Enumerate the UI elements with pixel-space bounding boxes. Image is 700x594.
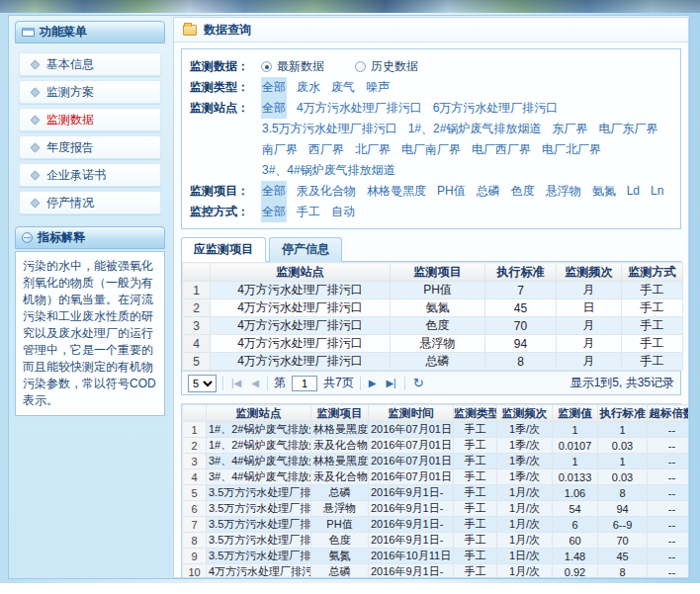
filter-option[interactable]: 3#、4#锅炉废气排放烟道 xyxy=(261,160,396,181)
sidebar-menu-item[interactable]: 企业承诺书 xyxy=(19,163,161,187)
filter-option[interactable]: 噪声 xyxy=(365,77,391,98)
radio-option[interactable]: 历史数据 xyxy=(355,56,418,77)
cell-type: 手工 xyxy=(454,438,497,454)
globe-icon xyxy=(22,232,33,243)
tab[interactable]: 停产信息 xyxy=(269,237,342,262)
table1-header-cell: 执行标准 xyxy=(485,263,557,282)
cell-value: 1.48 xyxy=(553,549,598,564)
cell-method: 手工 xyxy=(622,317,683,335)
table-row: 5 3.5万方污水处理厂排污口 总磷 2016年9月1日- 手工 1月/次 1.… xyxy=(183,485,690,501)
prev-page-button[interactable]: ◀ xyxy=(249,378,261,388)
filter-option[interactable]: 3.5万方污水处理厂排污口 xyxy=(261,119,398,139)
cell-exceed-ratio: -- xyxy=(648,517,690,533)
filter-option[interactable]: 全部 xyxy=(261,98,287,119)
filter-option[interactable]: 全部 xyxy=(261,77,287,98)
filter-option[interactable]: 废气 xyxy=(330,77,356,98)
filter-option[interactable]: 林格曼黑度 xyxy=(366,181,427,202)
sidebar-menu-item[interactable]: 监测方案 xyxy=(19,80,161,104)
filter-option[interactable]: 6万方污水处理厂排污口 xyxy=(432,98,560,119)
row-number: 2 xyxy=(183,438,207,454)
page-prefix-label: 第 xyxy=(274,375,286,391)
filter-row-item: 监测项目： 全部汞及化合物林格曼黑度PH值总磷色度悬浮物氨氮LdLn xyxy=(190,181,672,202)
filter-row-method: 监控方式： 全部手工自动 xyxy=(190,202,672,222)
cell-standard: 8 xyxy=(598,564,648,579)
cell-type: 手工 xyxy=(454,422,497,438)
cell-standard: 94 xyxy=(485,335,557,353)
cell-item: 总磷 xyxy=(311,485,369,501)
table-row: 3 3#、4#锅炉废气排放烟道 林格曼黑度 2016年07月01日 手工 1季/… xyxy=(183,454,690,469)
row-number: 1 xyxy=(183,282,211,299)
cell-time: 2016年07月01日 xyxy=(369,438,454,454)
table2-header-cell: 超标倍数 xyxy=(648,405,690,422)
table-row: 8 3.5万方污水处理厂排污口 色度 2016年9月1日- 手工 1月/次 60… xyxy=(183,533,690,549)
sidebar-menu-item[interactable]: 基本信息 xyxy=(19,52,161,76)
filter-option[interactable]: 北厂界 xyxy=(354,139,392,160)
filter-option[interactable]: 总磷 xyxy=(476,181,501,202)
filter-option[interactable]: 电厂南厂界 xyxy=(400,139,462,160)
cell-station: 4万方污水处理厂排污口 xyxy=(211,299,391,317)
filter-option[interactable]: Ln xyxy=(650,181,664,202)
filter-row-type: 监测类型： 全部废水废气噪声 xyxy=(190,77,672,98)
filter-option[interactable]: 电厂北厂界 xyxy=(541,139,602,160)
cell-standard: 0.03 xyxy=(598,438,648,454)
refresh-button[interactable]: ↻ xyxy=(411,376,426,390)
cell-station: 3#、4#锅炉废气排放烟道 xyxy=(207,454,311,469)
filter-label-item: 监测项目： xyxy=(190,181,261,202)
arrow-cross-icon xyxy=(31,142,41,152)
cell-station: 4万方污水处理厂排污口 xyxy=(207,564,311,579)
filter-option[interactable]: 东厂界 xyxy=(551,119,588,139)
filter-option[interactable]: 4万方污水处理厂排污口 xyxy=(296,98,423,119)
cell-standard: 8 xyxy=(598,485,648,501)
filter-option[interactable]: 全部 xyxy=(261,181,287,202)
filter-option[interactable]: 电厂东厂界 xyxy=(597,119,658,139)
table2-header-cell: 监测时间 xyxy=(369,405,454,422)
monitoring-items-table-box: 监测站点 监测项目 执行标准 监测频次 监测方式 1 4万方污水处理厂排污口 xyxy=(181,261,681,395)
filter-option[interactable]: 自动 xyxy=(330,202,356,222)
filter-option[interactable]: 废水 xyxy=(296,77,321,98)
page-number-input[interactable] xyxy=(292,376,317,391)
cell-item: 悬浮物 xyxy=(391,335,485,353)
last-page-button[interactable]: ▶| xyxy=(384,378,397,388)
filter-option[interactable]: 氨氮 xyxy=(591,181,617,202)
cell-time: 2016年10月11日 xyxy=(369,549,454,564)
sidebar-menu-item[interactable]: 监测数据 xyxy=(19,108,161,131)
row-number: 10 xyxy=(183,564,207,579)
filter-label-type: 监测类型： xyxy=(190,77,261,98)
filter-option[interactable]: 悬浮物 xyxy=(545,181,582,202)
sidebar-menu-header: 功能菜单 xyxy=(15,21,165,43)
filter-option[interactable]: 全部 xyxy=(261,202,287,222)
cell-standard: 94 xyxy=(598,501,648,517)
table-row: 4 3#、4#锅炉废气排放烟道 汞及化合物 2016年07月01日 手工 1季/… xyxy=(183,469,690,485)
cell-station: 3.5万方污水处理厂排污口 xyxy=(207,549,311,564)
filter-option[interactable]: 汞及化合物 xyxy=(296,181,357,202)
filter-row-data: 监测数据： 最新数据 历史数据 xyxy=(190,56,672,77)
cell-frequency: 1月/次 xyxy=(497,564,553,579)
cell-frequency: 1月/次 xyxy=(497,517,553,533)
next-page-button[interactable]: ▶ xyxy=(367,378,379,388)
table-row: 10 4万方污水处理厂排污口 总磷 2016年9月1日- 手工 1月/次 0.9… xyxy=(183,564,690,579)
filter-row-station: 监测站点： 全部4万方污水处理厂排污口6万方污水处理厂排污口3.5万方污水处理厂… xyxy=(190,98,672,181)
filter-option[interactable]: 电厂西厂界 xyxy=(471,139,532,160)
filter-option[interactable]: 西厂界 xyxy=(307,139,345,160)
filter-option[interactable]: 南厂界 xyxy=(261,139,299,160)
cell-item: 氨氮 xyxy=(391,299,485,317)
first-page-button[interactable]: |◀ xyxy=(229,378,243,388)
radio-icon xyxy=(261,61,272,72)
page-size-select[interactable]: 5 xyxy=(188,375,217,392)
sidebar-menu-item[interactable]: 停产情况 xyxy=(19,191,161,214)
sidebar-menu-item[interactable]: 年度报告 xyxy=(19,135,161,159)
cell-station: 4万方污水处理厂排污口 xyxy=(211,335,391,353)
tab[interactable]: 应监测项目 xyxy=(181,237,266,262)
pager-divider xyxy=(222,377,223,390)
filter-option[interactable]: 1#、2#锅炉废气排放烟道 xyxy=(407,119,543,139)
filter-option[interactable]: 手工 xyxy=(296,202,321,222)
filter-option[interactable]: Ld xyxy=(626,181,641,202)
table1-header-cell: 监测项目 xyxy=(391,263,485,282)
main-panel: 数据查询 监测数据： 最新数据 xyxy=(173,17,689,578)
cell-exceed-ratio: -- xyxy=(648,564,690,579)
filter-option[interactable]: PH值 xyxy=(436,181,467,202)
radio-option[interactable]: 最新数据 xyxy=(261,56,324,77)
table1-header-cell xyxy=(183,263,211,282)
cell-method: 手工 xyxy=(622,282,683,299)
filter-option[interactable]: 色度 xyxy=(510,181,536,202)
